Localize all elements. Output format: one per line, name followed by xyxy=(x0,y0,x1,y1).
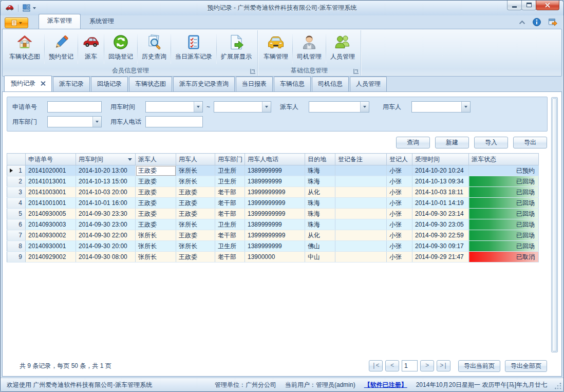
row-indicator[interactable]: 7 xyxy=(7,230,26,241)
cell-dispatcher[interactable]: 张所长 xyxy=(136,252,176,263)
prev-page-button[interactable]: < xyxy=(385,360,399,371)
cell-status[interactable]: 已回场 xyxy=(469,187,539,198)
cell-department[interactable]: 卫生所 xyxy=(215,241,245,252)
cell-phone[interactable]: 1389999999 xyxy=(245,176,305,187)
cell-department[interactable]: 老干部 xyxy=(215,252,245,263)
cell-remark[interactable] xyxy=(335,187,387,198)
phone-input[interactable] xyxy=(145,116,203,127)
indicator-column-header[interactable] xyxy=(7,154,26,165)
tab-dispatch-records[interactable]: 派车记录 xyxy=(53,77,90,91)
new-button[interactable]: 新建 xyxy=(435,137,469,148)
cell-accept-time[interactable]: 2014-09-30 23:05 xyxy=(412,219,469,230)
cell-phone[interactable]: 13999999999 xyxy=(245,187,305,198)
cell-user[interactable]: 张所长 xyxy=(176,241,215,252)
history-query-button[interactable]: 历史查询 xyxy=(138,31,171,66)
app-menu-button[interactable] xyxy=(5,17,28,28)
last-page-button[interactable]: >| xyxy=(437,360,450,371)
cell-phone[interactable]: 1389999999 xyxy=(245,241,305,252)
cell-use-time[interactable]: 2014-10-20 13:00 xyxy=(76,165,136,176)
row-indicator[interactable]: 6 xyxy=(7,219,26,230)
tab-driver-info[interactable]: 司机信息 xyxy=(312,77,349,91)
cell-destination[interactable]: 珠海 xyxy=(305,209,335,219)
cell-status[interactable]: 已回场 xyxy=(469,241,539,252)
cell-dispatcher[interactable]: 王政委 xyxy=(136,187,176,198)
col-use-time[interactable]: 用车时间 xyxy=(76,154,136,165)
col-user[interactable]: 用车人 xyxy=(176,154,215,165)
cell-destination[interactable]: 佛山 xyxy=(305,241,335,252)
tab-personnel-manage[interactable]: 人员管理 xyxy=(350,77,387,91)
cell-phone[interactable]: 1389999999 xyxy=(245,165,305,176)
cell-phone[interactable]: 13999999999 xyxy=(245,209,305,219)
dialog-launcher-icon[interactable] xyxy=(250,69,255,74)
cell-department[interactable]: 老干部 xyxy=(215,187,245,198)
cell-registrar[interactable]: 小张 xyxy=(387,230,412,241)
close-button[interactable] xyxy=(536,0,559,10)
reservation-register-button[interactable]: 预约登记 xyxy=(45,31,78,66)
col-order-no[interactable]: 申请单号 xyxy=(26,154,76,165)
cell-use-time[interactable]: 2014-10-13 15:00 xyxy=(76,176,136,187)
table-row[interactable]: 7201409300022014-09-30 22:00张所长王政委老干部139… xyxy=(7,230,539,241)
export-current-page-button[interactable]: 导出当前页 xyxy=(458,360,500,372)
cell-registrar[interactable]: 小张 xyxy=(387,252,412,263)
dialog-launcher-icon[interactable] xyxy=(353,69,359,74)
table-row[interactable]: 9201409290022014-09-30 08:00张所长王政委老干部139… xyxy=(7,252,539,263)
combo-dropdown-button[interactable] xyxy=(194,102,202,112)
cell-status[interactable]: 已回场 xyxy=(469,176,539,187)
query-button[interactable]: 查询 xyxy=(396,137,430,148)
cell-registrar[interactable]: 小张 xyxy=(387,165,412,176)
cell-dispatcher[interactable]: 王政委 xyxy=(136,165,176,176)
cell-user[interactable]: 王政委 xyxy=(176,252,215,263)
cell-dispatcher[interactable]: 张所长 xyxy=(136,230,176,241)
import-button[interactable]: 导入 xyxy=(474,137,508,148)
cell-dispatcher[interactable]: 王政委 xyxy=(136,219,176,230)
cell-dispatcher[interactable]: 张所长 xyxy=(136,241,176,252)
cell-destination[interactable]: 珠海 xyxy=(305,176,335,187)
cell-order-no[interactable]: 20141020001 xyxy=(26,165,76,176)
cell-destination[interactable]: 珠海 xyxy=(305,198,335,209)
scrollbar-thumb[interactable] xyxy=(552,98,557,351)
department-combo[interactable] xyxy=(47,116,102,127)
cell-order-no[interactable]: 20141003001 xyxy=(26,187,76,198)
page-number-input[interactable] xyxy=(402,360,418,371)
first-page-button[interactable]: |< xyxy=(369,360,383,371)
cell-remark[interactable] xyxy=(335,252,387,263)
cell-phone[interactable]: 13900000 xyxy=(245,252,305,263)
cell-use-time[interactable]: 2014-09-30 23:30 xyxy=(76,209,136,219)
cell-registrar[interactable]: 小张 xyxy=(387,198,412,209)
use-time-to-combo[interactable] xyxy=(214,101,271,113)
cell-destination[interactable]: 从化 xyxy=(305,187,335,198)
col-accept-time[interactable]: 受理时间 xyxy=(412,154,469,165)
cell-order-no[interactable]: 20141001001 xyxy=(26,198,76,209)
tab-vehicle-info[interactable]: 车辆信息 xyxy=(274,77,311,91)
cell-remark[interactable] xyxy=(335,219,387,230)
row-indicator[interactable]: 1 xyxy=(7,165,26,176)
cell-dispatcher[interactable]: 王政委 xyxy=(136,176,176,187)
cell-use-time[interactable]: 2014-09-30 22:00 xyxy=(76,230,136,241)
minimize-button[interactable] xyxy=(507,0,522,10)
cell-status[interactable]: 已取消 xyxy=(469,252,539,263)
cell-remark[interactable] xyxy=(335,241,387,252)
row-indicator[interactable]: 3 xyxy=(7,187,26,198)
cell-registrar[interactable]: 小张 xyxy=(387,176,412,187)
cell-registrar[interactable]: 小张 xyxy=(387,187,412,198)
maximize-button[interactable] xyxy=(521,0,536,10)
cell-phone[interactable]: 1389999999 xyxy=(245,219,305,230)
app-switch-icon[interactable] xyxy=(548,17,557,27)
cell-order-no[interactable]: 20140930003 xyxy=(26,219,76,230)
cell-department[interactable]: 卫生所 xyxy=(215,165,245,176)
table-row[interactable]: 5201409300052014-09-30 23:30王政委王政委老干部139… xyxy=(7,209,539,219)
cell-department[interactable]: 老干部 xyxy=(215,230,245,241)
cell-department[interactable]: 老干部 xyxy=(215,209,245,219)
cell-use-time[interactable]: 2014-10-03 20:00 xyxy=(76,187,136,198)
layout-grid-icon[interactable] xyxy=(23,4,30,12)
cell-order-no[interactable]: 20140930005 xyxy=(26,209,76,219)
cell-department[interactable]: 老干部 xyxy=(215,198,245,209)
export-all-pages-button[interactable]: 导出全部页 xyxy=(505,360,547,372)
cell-status[interactable]: 已预约 xyxy=(469,165,539,176)
cell-remark[interactable] xyxy=(335,165,387,176)
table-row[interactable]: 2201410130012014-10-13 15:00王政委张所长卫生所138… xyxy=(7,176,539,187)
return-register-button[interactable]: 回场登记 xyxy=(104,31,137,66)
use-time-from-combo[interactable] xyxy=(145,101,203,113)
cell-use-time[interactable]: 2014-09-30 23:00 xyxy=(76,219,136,230)
today-dispatch-records-button[interactable]: 当日派车记录 xyxy=(171,31,216,66)
